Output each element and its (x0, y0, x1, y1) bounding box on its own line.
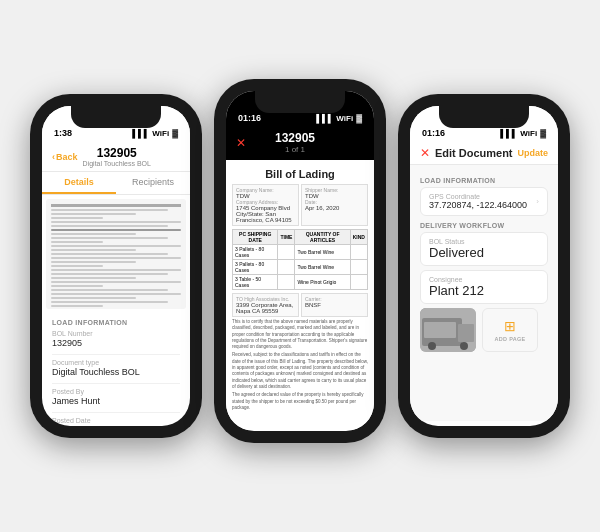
signal-icon: ▌▌▌ (132, 129, 149, 138)
divider (52, 412, 180, 413)
close-button-right[interactable]: ✕ (420, 146, 430, 160)
back-chevron-icon: ‹ (52, 152, 55, 162)
bol-legal-text-3: The agreed or declared value of the prop… (232, 392, 368, 411)
status-icons-center: ▌▌▌ WiFi ▓ (316, 114, 362, 123)
document-preview (46, 199, 186, 309)
svg-rect-5 (424, 322, 456, 338)
phone-right-notch (439, 106, 529, 128)
battery-icon: ▓ (172, 129, 178, 138)
center-doc-number: 132905 (275, 131, 315, 145)
battery-icon-r: ▓ (540, 129, 546, 138)
doc-header-line (51, 204, 181, 207)
update-button[interactable]: Update (517, 148, 548, 158)
status-time-right: 01:16 (422, 128, 445, 138)
add-page-label: ADD PAGE (494, 336, 525, 342)
wifi-icon-r: WiFi (520, 129, 537, 138)
phone-left-notch (71, 106, 161, 128)
consignee-field[interactable]: Consignee Plant 212 (420, 270, 548, 304)
phone-right-screen: 01:16 ▌▌▌ WiFi ▓ ✕ Edit Document Update … (410, 106, 558, 426)
phone-center: 01:16 ▌▌▌ WiFi ▓ ✕ 132905 1 of 1 Bill of… (214, 79, 386, 443)
bol-address-row: Company Name: TDW Company Address: 1745 … (232, 184, 368, 226)
table-header-quantity: QUANTITY OF ARTICLES (295, 230, 350, 245)
signal-icon-r: ▌▌▌ (500, 129, 517, 138)
table-header-date: PC SHIPPING DATE (233, 230, 278, 245)
phone-right: 01:16 ▌▌▌ WiFi ▓ ✕ Edit Document Update … (398, 94, 570, 438)
table-header-time: TIME (278, 230, 295, 245)
divider (52, 383, 180, 384)
add-page-area: ⊞ ADD PAGE (420, 308, 548, 352)
bol-legal-text-2: Received, subject to the classifications… (232, 352, 368, 390)
bol-status-field[interactable]: BOL Status Delivered (420, 232, 548, 266)
gps-field[interactable]: GPS Coordinate 37.720874, -122.464000 › (420, 187, 548, 216)
load-info-label: LOAD INFORMATION (52, 319, 180, 326)
posted-by-row: Posted By James Hunt (52, 388, 180, 406)
app-header-left: ‹ Back 132905 Digital Touchless BOL (42, 142, 190, 172)
bol-number-row: BOL Number 132905 (52, 330, 180, 348)
svg-point-4 (460, 342, 468, 350)
page-indicator: 1 of 1 (275, 145, 315, 154)
tab-recipients[interactable]: Recipients (116, 172, 190, 194)
phone-left-screen: 1:38 ▌▌▌ WiFi ▓ ‹ Back 132905 Digital To… (42, 106, 190, 426)
table-row: 3 Table - 50 Cases Wine Pinot Grigio (233, 275, 368, 290)
signal-icon-c: ▌▌▌ (316, 114, 333, 123)
edit-content: LOAD INFORMATION GPS Coordinate 37.72087… (410, 165, 558, 421)
table-row: 3 Pallets - 80 Cases Two Barrel Wine (233, 245, 368, 260)
bol-company-field: Company Name: TDW Company Address: 1745 … (232, 184, 299, 226)
back-button[interactable]: ‹ Back (52, 152, 78, 162)
doc-number: 132905 (78, 146, 156, 160)
phone-left: 1:38 ▌▌▌ WiFi ▓ ‹ Back 132905 Digital To… (30, 94, 202, 438)
bol-receiver-field: TO High Associates Inc. 3399 Corporate A… (232, 293, 299, 317)
truck-image (420, 308, 476, 352)
delivery-section-title: DELIVERY WORKFLOW (420, 222, 548, 229)
bol-table: PC SHIPPING DATE TIME QUANTITY OF ARTICL… (232, 229, 368, 290)
bol-title: Bill of Lading (232, 168, 368, 180)
truck-thumbnail (420, 308, 476, 352)
divider (52, 354, 180, 355)
phone-center-notch (255, 91, 345, 113)
close-button-center[interactable]: ✕ (236, 136, 246, 150)
app-scene: 1:38 ▌▌▌ WiFi ▓ ‹ Back 132905 Digital To… (5, 6, 595, 526)
status-icons-left: ▌▌▌ WiFi ▓ (132, 129, 178, 138)
load-info-section: LOAD INFORMATION BOL Number 132905 Docum… (42, 313, 190, 426)
svg-point-3 (428, 342, 436, 350)
doc-type-row: Document type Digital Touchless BOL (52, 359, 180, 377)
bol-document: Bill of Lading Company Name: TDW Company… (226, 160, 374, 430)
table-row: 3 Pallets - 80 Cases Two Barrel Wine (233, 260, 368, 275)
battery-icon-c: ▓ (356, 114, 362, 123)
tab-details[interactable]: Details (42, 172, 116, 194)
phone-center-screen: 01:16 ▌▌▌ WiFi ▓ ✕ 132905 1 of 1 Bill of… (226, 91, 374, 431)
tab-bar-left: Details Recipients (42, 172, 190, 195)
edit-header: ✕ Edit Document Update (410, 142, 558, 165)
bol-shipper-field: Shipper Name: TDW Date: Apr 16, 2020 (301, 184, 368, 226)
add-icon: ⊞ (504, 318, 516, 334)
truck-svg (420, 308, 476, 352)
status-icons-right: ▌▌▌ WiFi ▓ (500, 129, 546, 138)
bol-carrier-field: Carrier: BNSF (301, 293, 368, 317)
posted-date-row: Posted Date Apr 16, 2020 1:00 AM (52, 417, 180, 426)
add-page-button[interactable]: ⊞ ADD PAGE (482, 308, 538, 352)
edit-title: Edit Document (435, 147, 513, 159)
chevron-right-icon: › (536, 197, 539, 206)
bol-legal-text: This is to certify that the above named … (232, 319, 368, 350)
table-header-kind: KIND (350, 230, 367, 245)
bol-receiver-row: TO High Associates Inc. 3399 Corporate A… (232, 293, 368, 317)
svg-rect-2 (458, 324, 474, 342)
header-title-block: 132905 Digital Touchless BOL (78, 146, 156, 167)
load-info-section-title: LOAD INFORMATION (420, 177, 548, 184)
status-time-center: 01:16 (238, 113, 261, 123)
status-time-left: 1:38 (54, 128, 72, 138)
doc-subtitle: Digital Touchless BOL (78, 160, 156, 167)
wifi-icon-c: WiFi (336, 114, 353, 123)
wifi-icon: WiFi (152, 129, 169, 138)
doc-lines (46, 199, 186, 309)
